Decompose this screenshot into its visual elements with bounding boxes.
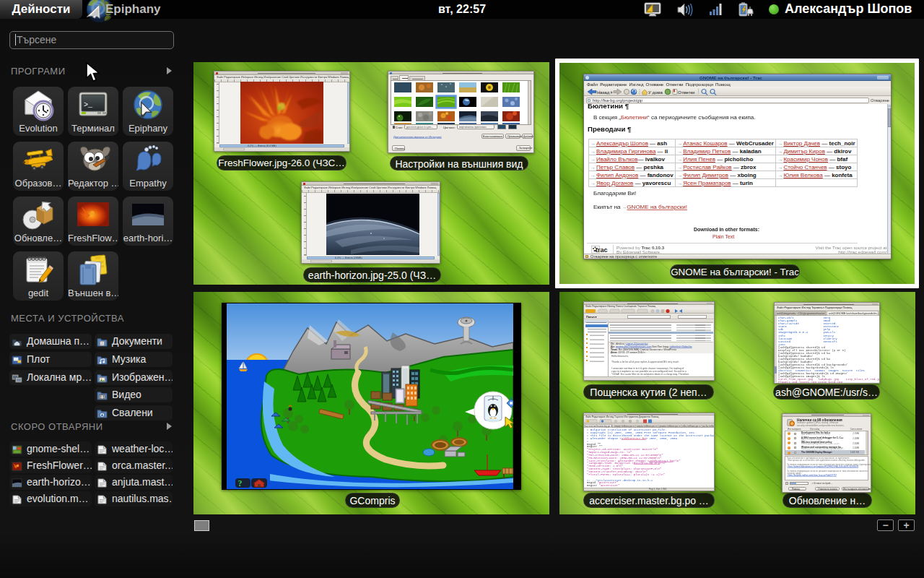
svg-text:?: ? (238, 478, 243, 488)
svg-text:У дома: У дома (648, 90, 663, 95)
svg-text:Назад: Назад (597, 90, 610, 95)
svg-text:trac: trac (596, 246, 608, 254)
svg-text:>_: >_ (84, 101, 93, 109)
svg-text:Отметки: Отметки (678, 90, 694, 95)
